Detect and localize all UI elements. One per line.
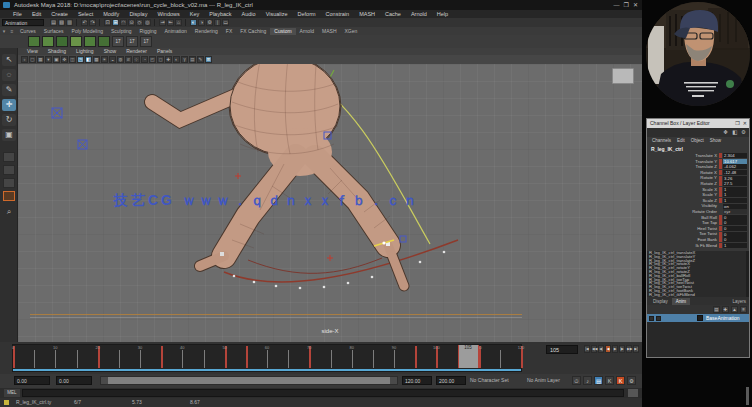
channel-value-field[interactable]: 1 — [723, 187, 747, 192]
render-settings-icon[interactable]: ⚙ — [206, 19, 213, 26]
channel-value-field[interactable]: -12.48 — [723, 170, 747, 175]
menu-file[interactable]: File — [8, 10, 27, 18]
frame-tick[interactable] — [288, 350, 289, 368]
go-to-start-button[interactable]: |◀ — [584, 345, 590, 353]
menu-audio[interactable]: Audio — [237, 10, 261, 18]
outputs-scrollbar[interactable] — [746, 251, 749, 297]
frame-tick[interactable] — [204, 350, 205, 368]
shelf-tab-sculpting[interactable]: Sculpting — [107, 28, 136, 35]
scale-tool-icon[interactable]: ▣ — [2, 129, 16, 141]
layer-row[interactable]: BaseAnimation — [647, 314, 749, 322]
shelf-script-1[interactable]: 17 — [112, 36, 124, 47]
layout-two-pane-icon[interactable] — [3, 178, 15, 188]
multisample-icon[interactable]: ⊹ — [133, 56, 140, 63]
channel-value-field[interactable]: 27.5 — [723, 181, 747, 186]
camera-attributes-icon[interactable]: ▦ — [37, 56, 44, 63]
current-time-field[interactable]: 105 — [546, 345, 578, 354]
mute-audio-icon[interactable]: ♪ — [583, 376, 592, 385]
keyframe-tick[interactable] — [246, 346, 248, 368]
shelf-tab-rigging[interactable]: Rigging — [136, 28, 161, 35]
minimize-button[interactable]: — — [614, 0, 620, 10]
menu-mash[interactable]: MASH — [354, 10, 380, 18]
character-set-menu[interactable]: No Character Set — [470, 377, 509, 383]
frame-tick[interactable] — [500, 350, 501, 368]
channel-box-titlebar[interactable]: Channel Box / Layer Editor ❐✕ — [647, 119, 749, 128]
keyframe-tick[interactable] — [161, 346, 163, 368]
redo-icon[interactable]: ↷ — [89, 19, 96, 26]
channel-manipulator-icon[interactable]: ✥ — [722, 129, 729, 136]
field-entry-icon[interactable]: ▭ — [222, 19, 229, 26]
shelf-tab-custom[interactable]: Custom — [270, 28, 295, 35]
playback-start-field[interactable]: 0.00 — [56, 376, 92, 385]
step-back-key-button[interactable]: ◀| — [598, 345, 604, 353]
menu-create[interactable]: Create — [46, 10, 73, 18]
mel-label[interactable]: MEL — [4, 389, 20, 397]
channel-value-field[interactable]: on — [723, 204, 747, 209]
selected-object-name[interactable]: R_leg_IK_ctrl — [647, 145, 749, 153]
channel-value-field[interactable]: 3.26 — [723, 176, 747, 181]
frame-tick[interactable] — [352, 350, 353, 368]
make-live-icon[interactable]: ◎ — [144, 19, 151, 26]
command-input[interactable] — [22, 389, 624, 397]
screenspace-ao-icon[interactable]: ◍ — [117, 56, 124, 63]
oversca-icon[interactable]: ◫ — [69, 56, 76, 63]
shelf-tab-list-icon[interactable]: ≡ — [8, 28, 16, 35]
keyframe-tick[interactable] — [415, 346, 417, 368]
close-button[interactable]: ✕ — [633, 0, 638, 10]
snap-point-icon[interactable]: ⊙ — [128, 19, 135, 26]
animation-start-field[interactable]: 0.00 — [14, 376, 50, 385]
grid-toggle-icon[interactable]: ⊞ — [205, 56, 212, 63]
channel-value-field[interactable]: 0 — [723, 226, 747, 231]
textured-icon[interactable]: ▩ — [93, 56, 100, 63]
snap-plane-icon[interactable]: ◇ — [136, 19, 143, 26]
shelf-tab-curves[interactable]: Curves — [16, 28, 40, 35]
isolate-select-icon[interactable]: ◰ — [149, 56, 156, 63]
lighting-icon[interactable]: ☀ — [101, 56, 108, 63]
output-connections-icon[interactable]: ⇤ — [167, 19, 174, 26]
current-frame-indicator[interactable]: 105 — [458, 345, 479, 368]
output-node-name[interactable]: R_leg_IK_ctrl_ikFkBlend — [647, 293, 749, 297]
exposure-icon[interactable]: ◐ — [173, 56, 180, 63]
anim-layer-affect-icon[interactable]: ▤ — [594, 376, 603, 385]
shelf-item-2[interactable] — [42, 36, 54, 47]
layer-tab-anim[interactable]: Anim — [672, 298, 690, 305]
shelf-script-2[interactable]: 17 — [126, 36, 138, 47]
range-end-handle[interactable] — [390, 377, 397, 384]
shelf-item-3[interactable] — [56, 36, 68, 47]
shaded-icon[interactable]: ◧ — [85, 56, 92, 63]
bookmarks-icon[interactable]: ▾ — [45, 56, 52, 63]
menu-windows[interactable]: Windows — [152, 10, 184, 18]
channel-box-close-icon[interactable]: ✕ — [743, 119, 747, 128]
play-forwards-button[interactable]: ▶ — [612, 345, 618, 353]
animation-end-field[interactable]: 200.00 — [436, 376, 466, 385]
shelf-item-4[interactable] — [70, 36, 82, 47]
panel-menu-shading[interactable]: Shading — [43, 48, 71, 55]
layer-options-icon[interactable]: ≡ — [740, 306, 747, 313]
channel-box-undock-icon[interactable]: ❐ — [735, 119, 739, 128]
shelf-tab-xgen[interactable]: XGen — [341, 28, 362, 35]
frame-tick[interactable] — [55, 350, 56, 368]
channel-value-field[interactable]: 0 — [723, 220, 747, 225]
set-key-icon[interactable]: K — [605, 376, 614, 385]
channel-box-menu-edit[interactable]: Edit — [674, 137, 688, 145]
go-to-end-button[interactable]: ▶| — [633, 345, 639, 353]
viewport-overlay-box[interactable] — [612, 68, 634, 84]
layer-menu[interactable]: Layers — [732, 298, 746, 305]
menu-display[interactable]: Display — [124, 10, 152, 18]
menu-playback[interactable]: Playback — [204, 10, 236, 18]
frame-tick[interactable] — [394, 350, 395, 368]
shelf-item-6[interactable] — [98, 36, 110, 47]
step-back-frame-button[interactable]: ◀◀ — [591, 345, 597, 353]
select-tool-icon[interactable]: ↖ — [2, 54, 16, 66]
window-titlebar[interactable]: Autodesk Maya 2018: D:\mocap\project\sce… — [0, 0, 642, 10]
move-tool-icon[interactable]: ✛ — [2, 99, 16, 111]
channel-value-field[interactable]: xyz — [723, 209, 747, 214]
menu-select[interactable]: Select — [73, 10, 98, 18]
shelf-item-5[interactable] — [84, 36, 96, 47]
motion-trail-curve[interactable] — [224, 240, 458, 282]
menu-help[interactable]: Help — [432, 10, 453, 18]
layout-single-pane-icon[interactable] — [3, 152, 15, 162]
layout-persp-outliner-icon[interactable] — [3, 191, 15, 201]
undo-icon[interactable]: ↶ — [81, 19, 88, 26]
sym-off-icon[interactable]: ∣ — [214, 19, 221, 26]
